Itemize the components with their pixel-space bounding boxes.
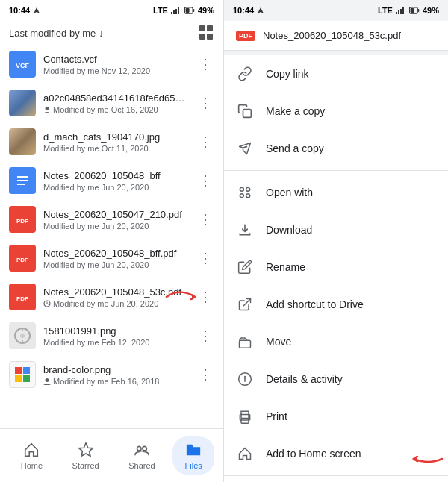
more-options-button[interactable]: ⋮	[196, 366, 214, 384]
file-name: Notes_200620_105047_210.pdf	[43, 209, 189, 220]
more-options-button[interactable]: ⋮	[196, 55, 214, 73]
list-item[interactable]: Notes_200620_105048_bff Modified by me J…	[0, 161, 223, 200]
nav-item-shared[interactable]: Shared	[116, 436, 167, 475]
nav-label-starred: Starred	[72, 461, 99, 470]
menu-label: Open with	[266, 187, 313, 198]
signal-icon-right	[396, 7, 406, 14]
home-icon	[22, 441, 40, 459]
nav-item-files[interactable]: Files	[172, 436, 214, 475]
menu-item-remove[interactable]: Remove	[224, 479, 448, 482]
file-icon-img	[9, 361, 36, 388]
svg-point-33	[46, 378, 49, 382]
list-item[interactable]: VCF Contacts.vcf Modified by me Nov 12, …	[0, 45, 223, 84]
file-icon-vcf: VCF	[9, 51, 36, 78]
file-meta: Modified by me Oct 11, 2020	[43, 144, 189, 153]
menu-label: Send a copy	[266, 143, 324, 154]
file-icon-img	[9, 322, 36, 349]
menu-label: Make a copy	[266, 105, 325, 117]
svg-point-49	[240, 194, 243, 198]
svg-rect-40	[400, 9, 402, 14]
file-name: 1581001991.png	[43, 325, 189, 337]
menu-label: Details & activity	[266, 373, 343, 385]
list-item[interactable]: 1581001991.png Modified by me Feb 12, 20…	[0, 316, 223, 355]
file-meta: Modified by me Oct 16, 2020	[43, 105, 189, 114]
menu-item-make-copy[interactable]: Make a copy	[224, 93, 448, 130]
menu-item-open-with[interactable]: Open with	[224, 174, 448, 211]
nav-item-home[interactable]: Home	[9, 436, 55, 475]
menu-item-send-copy[interactable]: Send a copy	[224, 130, 448, 167]
list-item[interactable]: brand-color.png Modified by me Feb 16, 2…	[0, 355, 223, 394]
menu-item-add-home[interactable]: Add to Home screen	[224, 435, 448, 472]
more-options-button[interactable]: ⋮	[196, 210, 214, 228]
list-item-selected[interactable]: PDF Notes_200620_105048_53c.pdf Modified…	[0, 278, 223, 316]
clock-icon	[43, 300, 51, 307]
svg-rect-32	[23, 375, 30, 382]
time-right: 10:44	[233, 6, 254, 15]
file-info: brand-color.png Modified by me Feb 16, 2…	[43, 364, 189, 386]
location-icon	[33, 7, 40, 14]
svg-rect-4	[178, 7, 179, 14]
file-info: Notes_200620_105047_210.pdf Modified by …	[43, 209, 189, 231]
svg-rect-3	[175, 9, 177, 14]
list-item[interactable]: PDF Notes_200620_105048_bff.pdf Modified…	[0, 239, 223, 278]
more-options-button[interactable]: ⋮	[196, 94, 214, 112]
svg-rect-29	[15, 367, 22, 374]
menu-item-print[interactable]: Print	[224, 398, 448, 435]
list-item[interactable]: PDF Notes_200620_105047_210.pdf Modified…	[0, 200, 223, 239]
signal-icon-left	[171, 7, 181, 14]
star-icon	[77, 441, 95, 459]
file-meta: Modified by me Jun 20, 2020	[43, 222, 189, 231]
signal-right: LTE	[378, 6, 393, 15]
svg-rect-7	[186, 8, 190, 13]
status-bar-left: 10:44 LTE 49%	[0, 0, 223, 21]
svg-line-46	[243, 147, 247, 148]
copy-icon	[236, 102, 254, 120]
status-left: 10:44	[9, 6, 40, 15]
files-icon	[184, 441, 202, 459]
svg-rect-51	[240, 340, 251, 348]
menu-item-add-shortcut[interactable]: Add shortcut to Drive	[224, 286, 448, 323]
file-meta: Modified by me Feb 12, 2020	[43, 338, 189, 347]
file-meta: Modified by me Nov 12, 2020	[43, 66, 189, 75]
menu-item-move[interactable]: Move	[224, 323, 448, 360]
grid-view-button[interactable]	[199, 25, 214, 40]
menu-item-copy-link[interactable]: Copy link	[224, 55, 448, 93]
svg-rect-13	[17, 180, 28, 181]
file-name: a02c04858ed34141618fe6d65719a8a...	[43, 93, 189, 104]
svg-rect-45	[243, 110, 252, 118]
left-panel: 10:44 LTE 49% Last modified by me ↓	[0, 0, 224, 482]
details-icon	[236, 370, 254, 388]
menu-label: Rename	[266, 261, 305, 273]
menu-label: Add shortcut to Drive	[266, 298, 364, 310]
list-item[interactable]: a02c04858ed34141618fe6d65719a8a... Modif…	[0, 84, 223, 122]
nav-item-starred[interactable]: Starred	[60, 436, 111, 475]
svg-point-36	[143, 446, 147, 451]
signal-left: LTE	[153, 6, 168, 15]
more-options-button[interactable]: ⋮	[196, 249, 214, 267]
menu-item-rename[interactable]: Rename	[224, 248, 448, 286]
svg-rect-41	[402, 7, 404, 14]
print-icon	[236, 407, 254, 425]
more-options-button[interactable]: ⋮	[196, 172, 214, 190]
right-panel: 10:44 LTE 49% PDF Notes_200620_105048_53…	[224, 0, 448, 482]
file-info: 1581001991.png Modified by me Feb 12, 20…	[43, 325, 189, 347]
svg-rect-1	[171, 12, 172, 14]
svg-marker-34	[78, 443, 92, 456]
sort-label[interactable]: Last modified by me ↓	[9, 28, 104, 39]
svg-marker-0	[34, 7, 40, 13]
more-options-button[interactable]: ⋮	[196, 288, 214, 306]
svg-point-35	[137, 446, 142, 451]
menu-item-download[interactable]: Download	[224, 211, 448, 248]
file-meta: Modified by me Jun 20, 2020	[43, 183, 189, 192]
move-icon	[236, 333, 254, 351]
more-options-button[interactable]: ⋮	[196, 327, 214, 345]
menu-item-details-activity[interactable]: Details & activity	[224, 360, 448, 398]
more-options-button[interactable]: ⋮	[196, 133, 214, 151]
file-name: d_mach_cats_1904170.jpg	[43, 131, 189, 143]
svg-text:PDF: PDF	[16, 218, 28, 225]
svg-point-50	[246, 194, 250, 198]
person-icon	[43, 378, 51, 385]
svg-rect-14	[17, 184, 25, 185]
svg-point-47	[240, 187, 243, 191]
list-item[interactable]: d_mach_cats_1904170.jpg Modified by me O…	[0, 122, 223, 161]
